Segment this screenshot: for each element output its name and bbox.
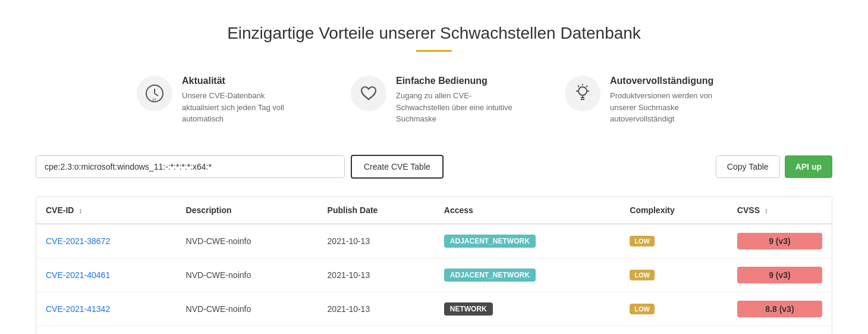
cve-table: CVE-ID ↕ Description Publish Date Access…: [36, 197, 832, 335]
cve-id-link[interactable]: CVE-2021-41342: [46, 304, 110, 314]
feature-aktualitat: 24 Aktualität Unsere CVE-Datenbank aktua…: [137, 76, 303, 125]
complexity-badge: LOW: [630, 236, 655, 246]
cve-publish-date: 2021-10-13: [318, 292, 435, 326]
access-badge: ADJACENT_NETWORK: [444, 269, 536, 282]
clock-icon: 24: [137, 76, 172, 111]
feature-einfache-text: Einfache Bedienung Zugang zu allen CVE-S…: [396, 76, 517, 125]
col-cvss[interactable]: CVSS ↕: [728, 197, 832, 224]
svg-line-2: [155, 93, 158, 96]
cve-publish-date: 2021-10-13: [318, 326, 435, 334]
feature-einfache-bedienung: Einfache Bedienung Zugang zu allen CVE-S…: [351, 76, 517, 125]
cvss-score: 9 (v3): [737, 267, 822, 283]
right-buttons: Copy Table API up: [716, 155, 832, 178]
feature-auto-title: Autovervollständigung: [610, 76, 731, 86]
cve-description: NVD-CWE-noinfo: [177, 292, 318, 326]
lightbulb-icon: [565, 76, 600, 111]
search-input[interactable]: [36, 155, 345, 178]
cve-description: NVD-CWE-noinfo: [177, 258, 318, 292]
cve-id-link[interactable]: CVE-2021-40461: [46, 270, 110, 280]
table-row: CVE-2021-41357CWE-2692021-10-13LOCALLOW7…: [36, 326, 832, 334]
svg-point-4: [578, 87, 587, 95]
feature-aktualitat-desc: Unsere CVE-Datenbank aktualisiert sich j…: [182, 90, 303, 125]
feature-einfache-desc: Zugang zu allen CVE-Schwachstellen über …: [396, 90, 517, 125]
cve-description: CWE-269: [177, 326, 318, 334]
col-cve-id[interactable]: CVE-ID ↕: [36, 197, 177, 224]
cve-description: NVD-CWE-noinfo: [177, 224, 318, 258]
cve-publish-date: 2021-10-13: [318, 258, 435, 292]
complexity-badge: LOW: [630, 304, 655, 314]
api-up-button[interactable]: API up: [785, 155, 832, 178]
feature-auto-desc: Produktversionen werden von unserer Such…: [610, 90, 731, 125]
cve-id-link[interactable]: CVE-2021-38672: [46, 236, 110, 246]
feature-auto-text: Autovervollständigung Produktversionen w…: [610, 76, 731, 125]
access-badge: ADJACENT_NETWORK: [444, 235, 536, 248]
svg-line-11: [586, 86, 587, 87]
col-access: Access: [435, 197, 621, 224]
feature-einfache-title: Einfache Bedienung: [396, 76, 517, 86]
title-underline: [416, 50, 452, 52]
table-row: CVE-2021-40461NVD-CWE-noinfo2021-10-13AD…: [36, 258, 832, 292]
col-complexity: Complexity: [620, 197, 728, 224]
features-section: 24 Aktualität Unsere CVE-Datenbank aktua…: [36, 76, 832, 125]
complexity-badge: LOW: [630, 270, 655, 280]
cve-table-container: CVE-ID ↕ Description Publish Date Access…: [36, 196, 832, 335]
access-badge: NETWORK: [444, 302, 493, 316]
cvss-score: 9 (v3): [737, 233, 822, 249]
table-row: CVE-2021-41342NVD-CWE-noinfo2021-10-13NE…: [36, 292, 832, 326]
sort-icon-cvss: ↕: [765, 207, 768, 215]
heart-icon: [351, 76, 386, 111]
search-area: Create CVE Table Copy Table API up: [36, 155, 832, 179]
table-header-row: CVE-ID ↕ Description Publish Date Access…: [36, 197, 832, 224]
feature-aktualitat-title: Aktualität: [182, 76, 303, 86]
svg-text:24: 24: [152, 98, 156, 101]
cve-publish-date: 2021-10-13: [318, 224, 435, 258]
col-publish-date: Publish Date: [318, 197, 435, 224]
svg-line-10: [578, 86, 579, 87]
col-description: Description: [177, 197, 318, 224]
feature-aktualitat-text: Aktualität Unsere CVE-Datenbank aktualis…: [182, 76, 303, 125]
cvss-score: 8.8 (v3): [737, 301, 822, 317]
create-cve-table-button[interactable]: Create CVE Table: [351, 155, 444, 179]
feature-autovervollstandigung: Autovervollständigung Produktversionen w…: [565, 76, 731, 125]
sort-icon-cve: ↕: [78, 207, 82, 215]
table-row: CVE-2021-38672NVD-CWE-noinfo2021-10-13AD…: [36, 224, 832, 258]
copy-table-button[interactable]: Copy Table: [716, 155, 780, 178]
page-title: Einzigartige Vorteile unserer Schwachste…: [36, 24, 832, 43]
